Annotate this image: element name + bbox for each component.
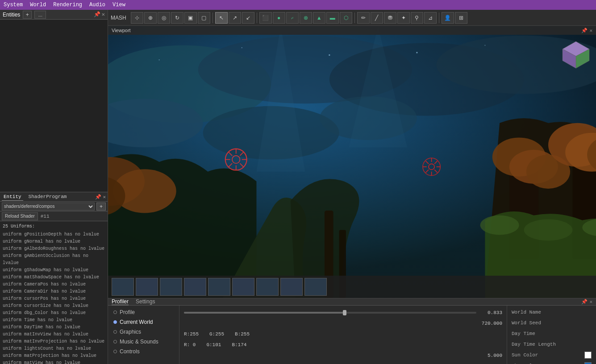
sun-b-val: B:255 xyxy=(235,331,250,337)
day-time-settings-row: Day Time xyxy=(512,329,592,339)
uniform-line: uniform gShadowMap has no lvalue xyxy=(3,267,105,274)
entities-header: Entities + ... 📌 ✕ xyxy=(0,10,108,20)
move-button[interactable]: ⊕ xyxy=(144,12,157,24)
toolbar-sep3 xyxy=(354,12,355,23)
uniforms-count: 25 Uniforms: xyxy=(3,223,105,230)
tab-entity[interactable]: Entity xyxy=(2,193,23,201)
add-plane-button[interactable]: ▬ xyxy=(326,12,339,24)
uniform-line: uniform matView has no lvalue xyxy=(3,360,105,364)
uniforms-content[interactable]: 25 Uniforms: uniform gPositionDepth has … xyxy=(0,221,108,364)
uniform-line: uniform lightsCount has no lvalue xyxy=(3,345,105,352)
uniform-line: uniform matInvProjection has no lvalue xyxy=(3,338,105,345)
filmstrip-thumb-3[interactable] xyxy=(160,278,182,296)
viewport-pin-icon: 📌 xyxy=(581,28,588,33)
filmstrip-thumb-6[interactable] xyxy=(232,278,254,296)
menu-music-sounds[interactable]: Music & Sounds xyxy=(108,337,179,347)
sun-color-settings-row: Sun Color xyxy=(512,350,592,360)
dbg-g-val: G:101 xyxy=(206,342,221,347)
filmstrip-thumb-8[interactable] xyxy=(280,278,303,296)
add-cylinder-button[interactable]: ⌿ xyxy=(286,12,299,24)
select3-button[interactable]: ↙ xyxy=(242,12,254,24)
dbg-color-settings-row: Dbg Color xyxy=(512,361,592,364)
add-entity-button[interactable]: + xyxy=(23,11,32,19)
add-oct-button[interactable]: ⬡ xyxy=(340,12,352,24)
world-name-label: World Name xyxy=(512,310,541,315)
viewport-title: Viewport xyxy=(112,28,131,33)
filmstrip-thumb-7[interactable] xyxy=(256,278,279,296)
filmstrip-thumb-9[interactable] xyxy=(304,278,327,296)
shader-row: shaders/deferred/compos + xyxy=(0,202,108,211)
panel-pin-icon: 📌 xyxy=(95,194,101,200)
uniform-line: uniform gAmbientOcclusion has no lvalue xyxy=(3,252,105,267)
add-cube-button[interactable]: ⬛ xyxy=(259,12,272,24)
bottom-tabs-row: Profiler Settings 📌 ✕ xyxy=(108,298,596,306)
viewport-canvas[interactable] xyxy=(108,26,596,298)
menu-graphics[interactable]: Graphics xyxy=(108,327,179,337)
menu-rendering[interactable]: Rendering xyxy=(53,2,82,8)
filmstrip-thumb-1[interactable] xyxy=(112,278,134,296)
menu-current-world[interactable]: Current World xyxy=(108,317,179,327)
filmstrip xyxy=(108,276,596,298)
tab-shaderprogram[interactable]: ShaderProgram xyxy=(27,193,69,201)
tab-settings[interactable]: Settings xyxy=(136,298,155,305)
dbg-color-swatch[interactable] xyxy=(584,362,592,364)
more-entity-button[interactable]: ... xyxy=(34,11,46,19)
sun-color-row: R:255 G:255 B:255 xyxy=(184,330,502,339)
svg-point-21 xyxy=(524,219,573,241)
orbit-button[interactable]: ◎ xyxy=(158,12,170,24)
day-time-length-settings-label: Day Time Length xyxy=(512,342,556,347)
viewport-header: Viewport 📌 ✕ xyxy=(108,26,596,35)
uniform-line: uniform DayTime has no lvalue xyxy=(3,324,105,331)
shader-path-select[interactable]: shaders/deferred/compos xyxy=(2,203,95,211)
shader-add-button[interactable]: + xyxy=(96,203,106,211)
eyedrop-button[interactable]: ⚲ xyxy=(411,12,423,24)
reload-shader-button[interactable]: Reload Shader xyxy=(2,212,38,220)
music-radio xyxy=(113,340,117,343)
viewport-close-icon[interactable]: ✕ xyxy=(589,28,592,33)
panel-close-icon[interactable]: ✕ xyxy=(103,194,106,200)
filmstrip-thumb-2[interactable] xyxy=(136,278,158,296)
translate-button[interactable]: ⊹ xyxy=(131,12,143,24)
add-cone-button[interactable]: ▲ xyxy=(313,12,325,24)
bottom-close-icon[interactable]: ✕ xyxy=(589,299,592,305)
add-sphere-button[interactable]: ● xyxy=(273,12,285,24)
stretch-button[interactable]: ▢ xyxy=(198,12,210,24)
frame-button[interactable]: ⊞ xyxy=(455,12,467,24)
menu-view[interactable]: View xyxy=(113,2,125,8)
left-panel: Entities + ... 📌 ✕ Entity ShaderProgram … xyxy=(0,10,108,364)
day-time-length-row: 720.000 xyxy=(184,319,502,328)
filmstrip-thumb-4[interactable] xyxy=(184,278,206,296)
line-button[interactable]: ╱ xyxy=(371,12,383,24)
filmstrip-thumb-5[interactable] xyxy=(208,278,230,296)
viewport-container[interactable]: Viewport 📌 ✕ xyxy=(108,26,596,298)
select2-button[interactable]: ↗ xyxy=(229,12,241,24)
scale-button[interactable]: ▣ xyxy=(184,12,197,24)
menu-audio[interactable]: Audio xyxy=(89,2,105,8)
tool-button[interactable]: ⊿ xyxy=(424,12,437,24)
day-time-slider[interactable] xyxy=(184,312,476,314)
paint-button[interactable]: ✏ xyxy=(357,12,370,24)
menu-system[interactable]: System xyxy=(4,2,23,8)
sun-brightness-val: 5.000 xyxy=(480,353,502,358)
toolbar: MASH ⊹ ⊕ ◎ ↻ ▣ ▢ ↖ ↗ ↙ ⬛ ● ⌿ ⊗ ▲ ▬ ⬡ ✏ ╱… xyxy=(108,10,596,26)
bucket-button[interactable]: ⛃ xyxy=(384,12,396,24)
eraser-button[interactable]: ✦ xyxy=(397,12,410,24)
menu-controls[interactable]: Controls xyxy=(108,347,179,356)
menu-profile[interactable]: Profile xyxy=(108,307,179,317)
svg-point-29 xyxy=(159,59,160,60)
uniforms-list: uniform gPositionDepth has no lvalueunif… xyxy=(3,231,105,364)
sun-color-swatch[interactable] xyxy=(584,352,592,359)
uniform-line: uniform CameraDir has no lvalue xyxy=(3,288,105,295)
reload-row: Reload Shader #11 xyxy=(0,211,108,221)
sun-brightness-row: 5.000 xyxy=(184,351,502,360)
add-torus-button[interactable]: ⊗ xyxy=(300,12,312,24)
rotate-button[interactable]: ↻ xyxy=(171,12,183,24)
select-button[interactable]: ↖ xyxy=(215,12,228,24)
uniform-line: uniform CameraPos has no lvalue xyxy=(3,281,105,288)
person-button[interactable]: 👤 xyxy=(442,12,454,24)
tab-profiler[interactable]: Profiler xyxy=(112,298,129,305)
entities-close-icon[interactable]: ✕ xyxy=(102,11,105,18)
uniform-line: uniform matInvView has no lvalue xyxy=(3,331,105,338)
sun-g-val: G:255 xyxy=(209,331,224,337)
menu-world[interactable]: World xyxy=(30,2,46,8)
